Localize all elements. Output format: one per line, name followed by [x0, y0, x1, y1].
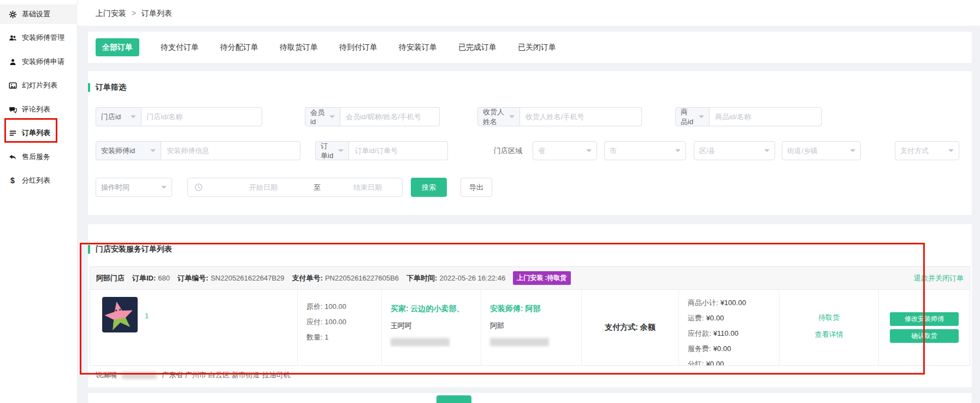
tab-pending-install[interactable]: 待安装订单 [399, 43, 437, 52]
product-id-input[interactable] [710, 107, 822, 126]
sidebar-item-label: 基础设置 [22, 9, 50, 19]
buyer-title: 买家: 云边的小卖部、 [391, 304, 481, 314]
payment-method-select[interactable]: 支付方式 [895, 141, 959, 160]
order-id-select[interactable]: 订单id [315, 141, 349, 160]
order-filter-card: 订单筛选 门店id 会员id 收货人姓名 商品id 安装师傅id 订单id 门店… [88, 71, 972, 215]
image-icon [8, 81, 17, 90]
amount-line: 分红:¥0.00 [688, 357, 779, 365]
links-cell: 待取货 查看详情 [780, 290, 879, 365]
region-label: 门店区域 [494, 141, 522, 160]
installer-id-select[interactable]: 安装师傅id [96, 141, 161, 160]
title-accent-bar [88, 245, 90, 254]
buyer-name: 王呵呵 [391, 321, 481, 331]
address-text: 广东省 广州市 白云区 新市街道 拉油司机 [162, 370, 290, 380]
filter-section-title: 订单筛选 [88, 83, 126, 92]
confirm-pickup-button[interactable]: 确认取货 [890, 329, 959, 343]
sidebar: 基础设置 安装师傅管理 安装师傅申请 幻灯片列表 评论列表 订单列表 售后服务 … [0, 0, 78, 403]
chevron-down-icon [675, 149, 681, 152]
member-id-select[interactable]: 会员id [305, 107, 340, 126]
tab-closed[interactable]: 已关闭订单 [518, 43, 556, 52]
filter-installer-group: 安装师傅id [96, 141, 300, 160]
date-range-to: 至 [314, 183, 321, 192]
sidebar-item-label: 售后服务 [22, 152, 50, 162]
chevron-down-icon [338, 149, 344, 152]
amount-line: 应付款:¥110.00 [688, 326, 779, 341]
order-list-card: 门店安装服务订单列表 阿部门店 订单ID: 680 订单编号: SN220526… [88, 224, 972, 387]
chevron-down-icon [509, 115, 515, 118]
order-tabs-card: 全部订单 待支付订单 待分配订单 待取货订单 待到付订单 待安装订单 已完成订单… [88, 32, 972, 63]
sidebar-item-label: 安装师傅申请 [22, 57, 64, 67]
sidebar-item-slideshow[interactable]: 幻灯片列表 [0, 75, 78, 95]
sidebar-item-basic-settings[interactable]: 基础设置 [0, 4, 78, 24]
chevron-down-icon [329, 115, 335, 118]
order-address-row: 说漏嘴 广东省 广州市 白云区 新市街道 拉油司机 [96, 370, 290, 380]
tab-pay-on-delivery[interactable]: 待到付订单 [339, 43, 377, 52]
tab-pending-assign[interactable]: 待分配订单 [220, 43, 258, 52]
sidebar-item-label: 评论列表 [22, 104, 50, 114]
order-id-input[interactable] [349, 141, 448, 160]
filter-order-group: 订单id [315, 141, 448, 160]
sidebar-item-after-sales[interactable]: 售后服务 [0, 147, 78, 167]
view-details-link[interactable]: 查看详情 [815, 330, 843, 340]
payment-method-cell: 支付方式: 余额 [582, 290, 679, 365]
amount-line: 商品小计:¥100.00 [688, 295, 779, 311]
province-select[interactable]: 省 [533, 141, 597, 160]
sidebar-item-installer-mgmt[interactable]: 安装师傅管理 [0, 28, 78, 48]
reply-icon [8, 153, 17, 161]
list-icon [8, 129, 17, 137]
street-select[interactable]: 街道/乡镇 [782, 141, 861, 160]
sidebar-item-dividends[interactable]: $ 分红列表 [0, 171, 78, 190]
chevron-down-icon [150, 149, 156, 152]
product-image[interactable] [102, 297, 138, 332]
tab-pending-payment[interactable]: 待支付订单 [161, 43, 199, 52]
time-type-select[interactable]: 操作时间 [96, 178, 172, 197]
export-button[interactable]: 导出 [461, 178, 492, 197]
price-cell: 原价: 100.00 应付: 100.00 数量: 1 [298, 290, 382, 365]
address-phone-blurred [122, 372, 157, 379]
users-icon [8, 33, 17, 42]
receiver-name-select[interactable]: 收货人姓名 [477, 107, 520, 126]
change-installer-button[interactable]: 修改安装师傅 [890, 312, 959, 326]
search-button[interactable]: 搜索 [411, 178, 447, 197]
store-id-select[interactable]: 门店id [96, 107, 141, 126]
sidebar-item-orders[interactable]: 订单列表 [0, 123, 78, 143]
district-select[interactable]: 区/县 [694, 141, 775, 160]
quantity-value: 1 [324, 333, 328, 341]
order-tabs: 全部订单 待支付订单 待分配订单 待取货订单 待到付订单 待安装订单 已完成订单… [96, 32, 556, 63]
sidebar-item-comments[interactable]: 评论列表 [0, 100, 78, 119]
chevron-down-icon [131, 115, 136, 118]
tab-all-orders[interactable]: 全部订单 [96, 38, 139, 56]
store-id-input[interactable] [141, 107, 262, 126]
status-link[interactable]: 待取货 [818, 313, 840, 323]
tab-pending-pickup[interactable]: 待取货订单 [280, 43, 318, 52]
dollar-icon: $ [8, 176, 17, 185]
order-header: 阿部门店 订单ID: 680 订单编号: SN2205261622647B29 … [90, 267, 970, 290]
product-id-select[interactable]: 商品id [675, 107, 710, 126]
list-section-title: 门店安装服务订单列表 [88, 244, 172, 254]
pagination-active-fragment[interactable] [436, 395, 471, 403]
installer-phone-blurred [490, 338, 549, 346]
sidebar-item-label: 安装师傅管理 [22, 33, 64, 43]
store-name: 阿部门店 [96, 273, 125, 283]
date-range-picker[interactable]: 开始日期 至 结束日期 [187, 178, 403, 197]
refund-close-link[interactable]: 退款并关闭订单 [914, 273, 964, 283]
order-no-value: SN2205261622647B29 [210, 274, 284, 282]
gear-icon [8, 10, 17, 19]
member-id-input[interactable] [340, 107, 440, 126]
breadcrumb-separator: > [132, 9, 136, 17]
filter-member-group: 会员id [305, 107, 440, 126]
buyer-cell: 买家: 云边的小卖部、 王呵呵 [382, 290, 481, 365]
installer-cell: 安装师傅: 阿部 阿部 [481, 290, 582, 365]
installer-name: 阿部 [490, 321, 581, 331]
tab-completed[interactable]: 已完成订单 [458, 43, 497, 52]
city-select-wrap: 市 [604, 141, 686, 160]
receiver-name-input[interactable] [520, 107, 642, 126]
street-select-wrap: 街道/乡镇 [782, 141, 861, 160]
filter-store-group: 门店id [96, 107, 262, 126]
product-quantity: 1 [145, 312, 149, 320]
sidebar-item-installer-apply[interactable]: 安装师傅申请 [0, 52, 78, 72]
breadcrumb-parent[interactable]: 上门安装 [96, 9, 126, 17]
installer-info-input[interactable] [161, 141, 300, 160]
pay-no-value: PN22052616227605B6 [325, 274, 399, 282]
city-select[interactable]: 市 [604, 141, 686, 160]
